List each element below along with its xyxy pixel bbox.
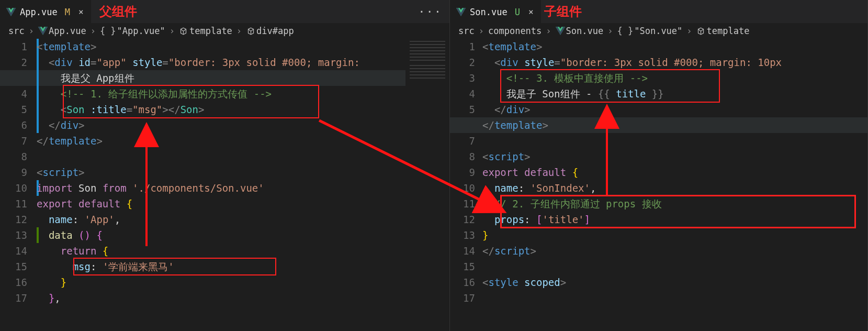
code-area[interactable]: <template> <div style="border: 3px solid… [482,39,867,331]
symbol-icon [179,27,188,35]
code-editor[interactable]: 1 2 3 4 5 6 7 8 9 10 11 12 13 14 15 16 1… [450,39,867,331]
git-status-badge: U [515,7,520,17]
tab-son-vue[interactable]: Son.vue U × [450,0,541,23]
code-area[interactable]: <template> <div id="app" style="border: … [37,39,449,331]
breadcrumb[interactable]: src› App.vue› { } "App.vue"› template› d… [0,23,449,39]
vue-icon [456,8,466,16]
editor-pane-right: Son.vue U × 子组件 src› components› Son.vue… [450,0,868,331]
more-actions-icon[interactable]: ··· [418,0,442,23]
vue-icon [6,8,16,16]
symbol-icon [696,27,706,35]
close-icon[interactable]: × [526,7,536,17]
annotation-child-label: 子组件 [544,3,582,20]
close-icon[interactable]: × [76,7,86,17]
breadcrumb[interactable]: src› components› Son.vue› { } "Son.vue"›… [450,23,867,39]
tab-bar: Son.vue U × 子组件 [450,0,867,23]
symbol-icon [246,27,255,35]
editor-pane-left: App.vue M × 父组件 ··· src› App.vue› { } "A… [0,0,450,331]
tab-bar: App.vue M × 父组件 ··· [0,0,449,23]
annotation-parent-label: 父组件 [99,3,137,20]
code-editor[interactable]: 1 2 3 4 5 6 7 8 9 10 11 12 13 14 15 16 1… [0,39,449,331]
tab-label: Son.vue [470,7,508,17]
line-gutter: 1 2 3 4 5 6 7 8 9 10 11 12 13 14 15 16 1… [450,39,482,331]
vue-icon [38,27,48,35]
tab-app-vue[interactable]: App.vue M × [0,0,91,23]
vue-icon [556,27,565,35]
tab-label: App.vue [20,7,58,17]
git-status-badge: M [65,7,70,17]
